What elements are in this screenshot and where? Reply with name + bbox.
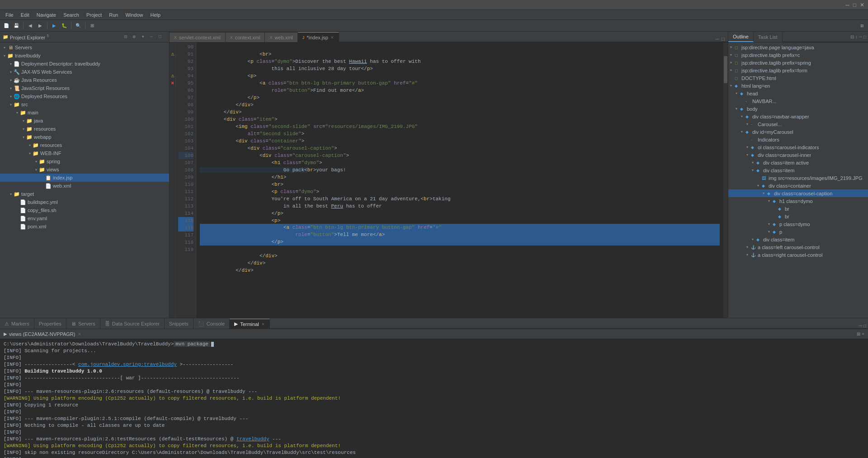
tree-toggle[interactable] [14,199,20,205]
outline-toggle[interactable]: ▾ [746,245,751,249]
outline-minimize-button[interactable]: ─ [859,34,862,39]
tree-item[interactable]: ▾ 📁 src [0,100,169,109]
outline-item[interactable]: ▾ ◆ div class=item [728,166,868,174]
terminal-session-close[interactable]: ✕ [78,332,81,336]
tab-outline[interactable]: Outline [728,32,754,42]
outline-item[interactable]: ▾ - Carousel... [728,120,868,128]
outline-toggle[interactable]: ▾ [730,53,735,57]
link-editor-button[interactable]: ⊕ [131,33,138,40]
tree-toggle[interactable]: ▾ [8,69,14,75]
tree-toggle[interactable]: ▾ [8,85,14,91]
outline-item[interactable]: ▾ ◆ head [728,90,868,97]
outline-item[interactable]: ▾ ◻ jsp:directive.taglib prefix=spring [728,59,868,66]
outline-toggle[interactable]: ▾ [768,199,773,203]
menu-project[interactable]: Project [83,11,105,19]
forward-button[interactable]: ▶ [36,21,45,30]
tree-item[interactable]: ▾ 📁 resources [0,125,169,133]
tree-item[interactable]: 📄 web.xml [0,182,169,190]
outline-item[interactable]: ▾ ◆ body [728,105,868,113]
outline-item[interactable]: ▾ ◆ ol class=carousel-indicators [728,143,868,151]
tree-toggle[interactable]: ▾ [2,53,7,58]
tree-item[interactable]: ▾ 📁 views [0,165,169,174]
tree-item[interactable]: ▾ 📁 java [0,117,169,125]
tree-toggle[interactable] [14,224,20,229]
tree-item[interactable]: ▾ 📁 main [0,109,169,117]
outline-item[interactable]: ▾ ◆ div class=navbar-wrapper [728,113,868,120]
outline-toggle[interactable]: ▾ [741,114,745,118]
tree-item[interactable]: ▾ 📁 resources [0,141,169,149]
tab-properties[interactable]: Properties [34,319,66,329]
outline-toggle[interactable]: ▾ [752,237,756,241]
outline-item[interactable]: ◆ br [728,212,868,220]
terminal-output[interactable]: C:\Users\Administrator\Downloads\TravelB… [0,339,868,458]
tree-toggle[interactable] [40,175,45,180]
tree-toggle[interactable]: ▾ [21,134,26,140]
outline-toggle[interactable]: ▾ [736,91,740,95]
outline-toggle[interactable]: ▾ [741,130,745,134]
tree-item[interactable]: ▾ 🔧 JAX-WS Web Services [0,68,169,76]
outline-toggle[interactable]: ▾ [768,222,773,226]
tree-toggle[interactable]: ▾ [27,151,33,156]
debug-button[interactable]: 🐛 [60,21,69,30]
outline-toggle[interactable]: ▾ [730,61,735,65]
tree-item[interactable]: 📄 copy_files.sh [0,206,169,214]
maximize-panel-button[interactable]: □ [156,33,164,40]
tab-data-source[interactable]: 🗄 Data Source Explorer [100,319,165,329]
tree-item[interactable]: 📋 index.jsp [0,174,169,182]
new-button[interactable]: 📄 [2,21,11,30]
tree-item[interactable]: ▾ 📁 webapp [0,133,169,141]
tree-toggle[interactable] [14,208,20,213]
outline-toggle[interactable]: ▾ [746,145,751,149]
tree-toggle[interactable]: ▾ [8,94,14,99]
tree-toggle[interactable]: ▾ [8,191,14,197]
outline-item[interactable]: 🖼 img src=resources/images/IMG_2199.JPG [728,174,868,182]
tab-servlet-context[interactable]: X servlet-context.xml [170,32,226,42]
panel-menu-button[interactable]: ▾ [139,33,146,40]
bottom-maximize-button[interactable]: □ [863,323,866,328]
back-button[interactable]: ◀ [26,21,35,30]
menu-help[interactable]: Help [147,11,165,19]
terminal-clear-button[interactable]: ⊠ [857,331,860,336]
close-button[interactable]: ✕ [860,2,864,8]
tab-close-index[interactable]: ✕ [330,35,334,40]
tab-terminal[interactable]: ▶ Terminal ✕ [230,319,270,329]
outline-item[interactable]: ▾ ◆ p class=dymo [728,220,868,228]
tab-task-list[interactable]: Task List [754,32,783,42]
outline-item[interactable]: ◆ br [728,205,868,212]
tree-toggle[interactable] [40,183,45,189]
tree-item[interactable]: ▾ 📄 Deployment Descriptor: travelbuddy [0,60,169,68]
outline-toggle[interactable]: ▾ [763,191,767,195]
outline-item[interactable]: ▾ ◆ html lang=en [728,82,868,90]
tree-toggle[interactable]: ▾ [14,110,20,115]
tab-web-xml[interactable]: X web.xml [265,32,297,42]
outline-item[interactable]: ◻ DOCTYPE:html [728,74,868,82]
outline-toggle[interactable]: ▾ [730,84,735,88]
minimize-button[interactable]: ─ [845,2,849,8]
tree-item[interactable]: ▾ 📜 JavaScript Resources [0,84,169,92]
outline-item[interactable]: ▾ ⚓ a class=right carousel-control [728,251,868,259]
terminal-new-button[interactable]: + [862,331,864,336]
terminal-tab-close[interactable]: ✕ [261,322,265,326]
maximize-editor-button[interactable]: □ [720,36,726,42]
tree-toggle[interactable]: ▾ [8,102,14,107]
tree-item[interactable]: 📄 pom.xml [0,222,169,231]
tree-toggle[interactable]: ▾ [21,126,26,132]
perspective-button[interactable]: ⊞ [858,21,866,30]
tree-toggle[interactable]: ▾ [33,159,39,164]
code-editor[interactable]: <br> <p class="dymo">Discover the best H… [196,42,723,318]
outline-toggle[interactable]: ▾ [730,45,735,49]
tree-toggle[interactable]: ▾ [21,118,26,123]
menu-navigate[interactable]: Navigate [33,11,60,19]
tab-index-jsp[interactable]: J *index.jsp ✕ [298,32,339,42]
save-button[interactable]: 💾 [12,21,21,30]
outline-toggle[interactable]: ▾ [736,107,740,111]
tree-toggle[interactable]: ▾ [8,61,14,66]
outline-toggle[interactable]: ▾ [752,161,756,165]
maximize-button[interactable]: □ [853,2,856,8]
outline-item[interactable]: - NAVBAR... [728,97,868,105]
minimize-editor-button[interactable]: ─ [714,36,721,42]
outline-item[interactable]: ▾ ◆ h1 class=dymo [728,197,868,205]
tab-markers[interactable]: ⚠ Markers [0,319,34,329]
outline-toggle[interactable]: ▾ [746,153,751,157]
tree-item[interactable]: ▾ 🖥 Servers [0,43,169,52]
